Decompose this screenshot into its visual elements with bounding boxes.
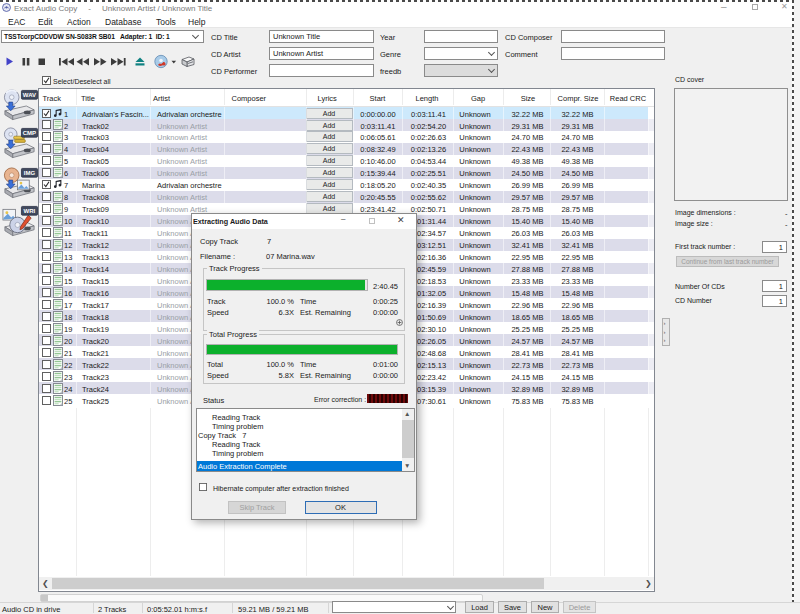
svg-text:WAV: WAV [23,92,36,98]
svg-text:CMP: CMP [23,130,36,136]
svg-text:IMG: IMG [24,170,36,176]
svg-text:WRI: WRI [24,208,36,214]
